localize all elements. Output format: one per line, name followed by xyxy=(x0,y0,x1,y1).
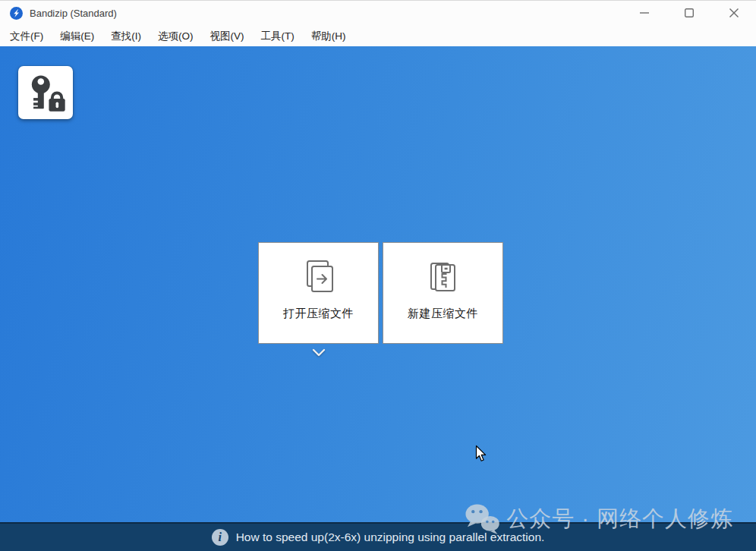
watermark-text: 公众号 · 网络个人修炼 xyxy=(506,504,733,534)
bandizip-logo-icon xyxy=(10,7,23,20)
maximize-icon xyxy=(685,8,694,17)
menu-edit[interactable]: 编辑(E) xyxy=(52,27,102,46)
close-button[interactable] xyxy=(711,0,756,26)
quick-action-cards: 打开压缩文件 新建压缩文件 xyxy=(258,242,503,344)
key-lock-icon xyxy=(20,69,71,116)
window-controls xyxy=(622,0,756,26)
wechat-icon xyxy=(465,503,500,535)
menu-options[interactable]: 选项(O) xyxy=(150,27,202,46)
minimize-button[interactable] xyxy=(622,0,666,26)
menu-find[interactable]: 查找(I) xyxy=(102,27,150,46)
menu-file[interactable]: 文件(F) xyxy=(2,27,52,46)
open-archive-icon xyxy=(299,257,339,297)
new-archive-card[interactable]: 新建压缩文件 xyxy=(383,242,503,344)
maximize-button[interactable] xyxy=(666,0,711,26)
mouse-cursor xyxy=(475,445,487,462)
chevron-down-icon[interactable] xyxy=(312,348,326,357)
window-title: Bandizip (Standard) xyxy=(30,8,117,19)
menu-help[interactable]: 帮助(H) xyxy=(303,27,354,46)
bandizip-window: Bandizip (Standard) 文件(F) 编辑(E) xyxy=(0,0,756,551)
title-bar: Bandizip (Standard) xyxy=(0,0,756,26)
watermark: 公众号 · 网络个人修炼 xyxy=(465,503,733,535)
workspace-background: 打开压缩文件 新建压缩文件 xyxy=(0,46,756,522)
open-archive-label: 打开压缩文件 xyxy=(283,307,354,321)
new-archive-label: 新建压缩文件 xyxy=(408,307,478,321)
menu-view[interactable]: 视图(V) xyxy=(202,27,253,46)
password-key-lock-shortcut[interactable] xyxy=(18,66,73,119)
menu-bar: 文件(F) 编辑(E) 查找(I) 选项(O) 视图(V) 工具(T) 帮助(H… xyxy=(0,26,756,46)
info-icon: i xyxy=(212,529,228,546)
menu-tools[interactable]: 工具(T) xyxy=(253,27,303,46)
minimize-icon xyxy=(640,8,649,17)
close-icon xyxy=(729,8,739,17)
open-archive-card[interactable]: 打开压缩文件 xyxy=(258,242,379,344)
new-archive-icon xyxy=(424,257,463,297)
